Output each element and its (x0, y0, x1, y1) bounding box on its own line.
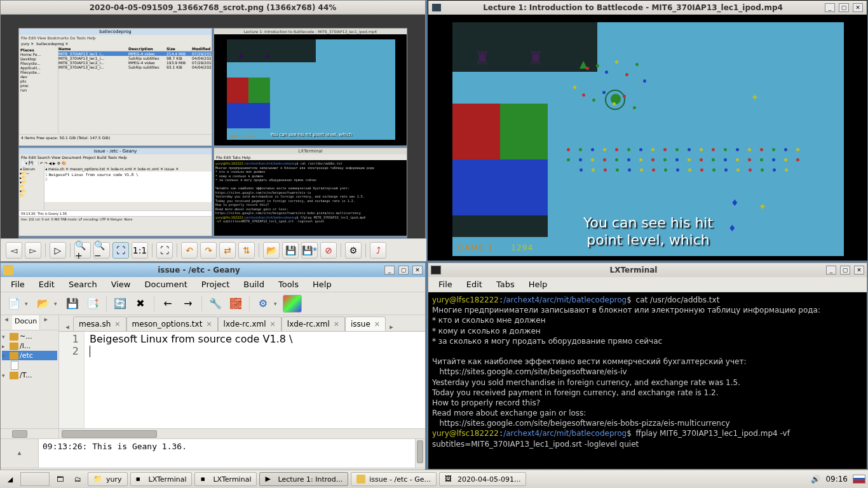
maximize-button[interactable]: ▢ (840, 266, 850, 274)
tree-row[interactable] (2, 360, 57, 370)
editor-tab-active[interactable]: issue✕ (345, 316, 386, 331)
geany-titlebar[interactable]: issue - /etc - Geany _ ▢ ✕ (1, 263, 425, 277)
messages-collapse[interactable]: ▴ (1, 439, 39, 468)
game-score: 1294 (511, 243, 533, 252)
menu-tabs[interactable]: Tabs (490, 278, 521, 291)
close-button[interactable]: ✕ (853, 3, 863, 12)
tab-close-icon[interactable]: ✕ (114, 320, 120, 329)
nav-back-button[interactable]: ← (158, 295, 177, 313)
zoom-out-button[interactable]: 🔍− (93, 242, 110, 259)
code-area[interactable]: Beigesoft Linux from source code V1.8 \ (85, 332, 425, 428)
flip-v-button[interactable]: ⇅ (238, 242, 255, 259)
show-desktop-button[interactable]: 🗔 (52, 472, 67, 486)
code-editor[interactable]: 1 2 Beigesoft Linux from source code V1.… (59, 332, 425, 428)
rotate-right-button[interactable]: ↷ (200, 242, 217, 259)
zoom-100-button[interactable]: 1:1 (132, 242, 148, 259)
editor-tab[interactable]: lxde-rc.xml✕ (218, 316, 281, 331)
menu-edit[interactable]: Edit (32, 278, 61, 291)
keyboard-layout-flag[interactable] (853, 475, 865, 484)
editor-hscroll[interactable] (1, 428, 425, 438)
new-file-button[interactable]: 📄 (4, 295, 24, 313)
video-titlebar[interactable]: Lecture 1: Introduction to Battlecode - … (428, 1, 867, 15)
messages-log[interactable]: 09:13:26: This is Geany 1.36. (39, 439, 415, 468)
menu-view[interactable]: View (105, 278, 137, 291)
tree-row[interactable]: ▾~... (2, 332, 57, 341)
close-button[interactable]: ✕ (412, 266, 423, 274)
messages-scrollbar[interactable] (415, 439, 425, 468)
system-tray: 🔊 09:16 (811, 475, 865, 484)
tree-row[interactable]: ▾/etc (2, 351, 57, 360)
compile-button[interactable]: 🔧 (206, 295, 225, 313)
task-button-active[interactable]: ▶Lecture 1: Introd... (259, 472, 348, 486)
tab-close-icon[interactable]: ✕ (334, 320, 339, 329)
side-tab-documents[interactable]: Docun (12, 315, 40, 330)
minimize-button[interactable]: _ (384, 266, 395, 274)
menu-file[interactable]: File (432, 278, 459, 291)
tree-row[interactable]: ▸/l... (2, 341, 57, 351)
menu-edit[interactable]: Edit (460, 278, 489, 291)
menu-build[interactable]: Build (237, 278, 271, 291)
flip-h-button[interactable]: ⇄ (219, 242, 236, 259)
exit-button[interactable]: ⤴ (370, 242, 386, 259)
settings-button[interactable]: ⚙ (345, 242, 362, 259)
save-button[interactable]: 💾 (63, 295, 82, 313)
tab-scroll-right[interactable]: ▸ (386, 323, 397, 331)
maximize-button[interactable]: ▢ (398, 266, 409, 274)
tree-row[interactable]: ▾/T... (2, 370, 57, 380)
side-tab-next[interactable]: ▸ (40, 315, 51, 330)
open-file-button[interactable]: 📂 (34, 295, 53, 313)
menu-help[interactable]: Help (522, 278, 554, 291)
task-button[interactable]: ▪LXTerminal (130, 472, 193, 486)
nav-back-button[interactable]: ◅ (6, 242, 22, 259)
editor-tab[interactable]: meson_options.txt✕ (126, 316, 218, 331)
volume-icon[interactable]: 🔊 (811, 475, 820, 484)
minimize-button[interactable]: _ (826, 266, 836, 274)
save-all-button[interactable]: 📑 (83, 295, 102, 313)
desktop-pager[interactable] (20, 472, 50, 486)
maximize-button[interactable]: ▢ (839, 3, 849, 12)
tab-scroll-left[interactable]: ◂ (62, 323, 73, 331)
editor-tab[interactable]: mesa.sh✕ (73, 316, 126, 331)
geany-title: issue - /etc - Geany (17, 266, 381, 274)
tab-close-icon[interactable]: ✕ (270, 320, 276, 329)
task-button[interactable]: issue - /etc - Ge... (351, 472, 437, 486)
rotate-left-button[interactable]: ↶ (181, 242, 198, 259)
reload-button[interactable]: 🔄 (111, 295, 130, 313)
terminal-body[interactable]: yury@lfsc182222:/archext4/arc/mit/batlec… (428, 292, 867, 469)
menu-document[interactable]: Document (138, 278, 193, 291)
menu-search[interactable]: Search (62, 278, 104, 291)
fit-window-button[interactable]: ⛶ (112, 242, 129, 259)
video-player-window: Lecture 1: Introduction to Battlecode - … (428, 0, 867, 261)
tab-close-icon[interactable]: ✕ (374, 320, 380, 329)
build-button[interactable]: 🧱 (226, 295, 245, 313)
delete-button[interactable]: ⊘ (320, 242, 337, 259)
play-button[interactable]: ▷ (50, 242, 66, 259)
start-menu-button[interactable]: ◢ (3, 472, 18, 486)
menu-project[interactable]: Project (195, 278, 236, 291)
tab-close-icon[interactable]: ✕ (206, 320, 212, 329)
menu-file[interactable]: File (4, 278, 31, 291)
task-button[interactable]: 📁yury (88, 472, 128, 486)
save-button[interactable]: 💾 (282, 242, 299, 259)
open-button[interactable]: 📂 (263, 242, 280, 259)
task-button[interactable]: ▪LXTerminal (194, 472, 257, 486)
minimize-button[interactable]: _ (825, 3, 835, 12)
run-button[interactable]: ⚙ (254, 295, 273, 313)
editor-tab[interactable]: lxde-rc.xml✕ (281, 316, 345, 331)
term-titlebar[interactable]: LXTerminal _ ▢ ✕ (428, 263, 867, 277)
file-manager-launcher[interactable]: 🗂 (70, 472, 85, 486)
close-button[interactable]: ✕ (854, 266, 864, 274)
clock[interactable]: 09:16 (825, 475, 848, 484)
menu-help[interactable]: Help (306, 278, 338, 291)
menu-tools[interactable]: Tools (272, 278, 305, 291)
nav-forward-button[interactable]: → (179, 295, 198, 313)
zoom-in-button[interactable]: 🔍+ (74, 242, 91, 259)
save-as-button[interactable]: 💾* (301, 242, 318, 259)
color-picker-button[interactable] (283, 295, 302, 313)
video-canvas[interactable]: ♜ ♜ ▲ ✦ ♦ ✦ ♦ ⬤ /*placeholder*/ GAME 1 1… (428, 15, 867, 260)
fullscreen-button[interactable]: ⛶ (156, 242, 173, 259)
nav-forward-button[interactable]: ▻ (25, 242, 41, 259)
close-file-button[interactable]: ✖ (131, 295, 150, 313)
task-button[interactable]: 🖼2020-04-05-091... (439, 472, 526, 486)
side-tab-prev[interactable]: ◂ (1, 315, 12, 330)
